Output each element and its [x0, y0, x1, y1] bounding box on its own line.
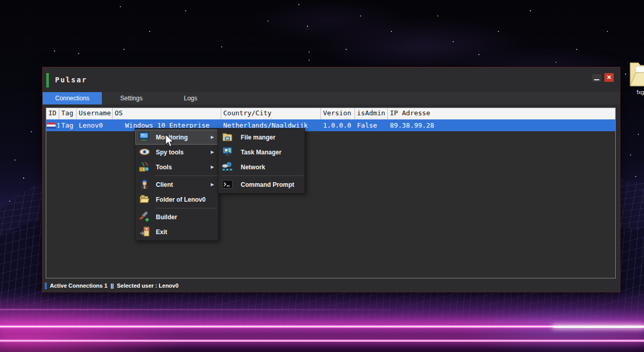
cell-username: Lenov0 — [77, 121, 113, 129]
tab-logs[interactable]: Logs — [161, 92, 220, 104]
submenu-arrow-icon: ▶ — [211, 165, 214, 169]
builder-icon — [139, 211, 150, 222]
submenu-arrow-icon: ▶ — [211, 135, 214, 139]
submenu-item-label: File manger — [241, 134, 275, 141]
menu-item-label: Client — [156, 181, 173, 188]
desktop-folder-label: fxg — [629, 89, 644, 95]
task-manager-icon — [222, 146, 233, 157]
title-accent-bar — [46, 73, 49, 87]
tab-connections[interactable]: Connections — [43, 92, 102, 104]
menu-separator — [155, 208, 217, 208]
netherlands-flag-icon — [47, 122, 56, 129]
monitoring-submenu: File manger Task Manager — [218, 128, 305, 193]
column-header-os[interactable]: OS — [113, 108, 221, 119]
status-text: Active Connections 1 || Selected user : … — [50, 283, 178, 289]
menu-item-label: Builder — [156, 214, 177, 221]
mouse-cursor — [165, 134, 175, 148]
exit-icon: EXIT — [139, 226, 150, 237]
menu-separator — [155, 175, 217, 176]
neon-line-upper — [0, 324, 644, 329]
menu-item-label: Spy tools — [156, 149, 184, 156]
submenu-arrow-icon: ▶ — [211, 150, 214, 154]
cell-isadmin: False — [355, 121, 388, 129]
menu-item-label: Exit — [156, 228, 167, 236]
dim-neon-line — [0, 309, 391, 310]
close-button[interactable]: ✕ — [604, 73, 614, 82]
minimize-button[interactable] — [592, 74, 601, 82]
column-header-isadmin[interactable]: isAdmin — [355, 108, 388, 119]
submenu-item-label: Command Prompt — [241, 181, 294, 188]
window-title: Pulsar — [55, 76, 87, 84]
menu-separator — [221, 175, 303, 176]
column-header-country[interactable]: Country/City — [221, 108, 321, 119]
column-header-version[interactable]: Version — [321, 108, 355, 119]
column-header-id[interactable]: ID — [46, 108, 59, 119]
desktop-folder-shortcut[interactable]: fxg — [629, 59, 644, 95]
submenu-item-file-manager[interactable]: File manger — [218, 130, 305, 145]
submenu-item-label: Task Manager — [241, 149, 281, 156]
menu-item-exit[interactable]: EXIT Exit — [135, 224, 218, 239]
network-icon — [222, 161, 233, 172]
titlebar[interactable]: Pulsar ✕ — [43, 67, 620, 92]
cell-id: 1 — [46, 121, 59, 129]
menu-item-client[interactable]: Client ▶ — [135, 177, 218, 192]
client-icon — [139, 179, 150, 190]
stars — [54, 50, 55, 51]
menu-item-builder[interactable]: Builder — [135, 209, 218, 224]
connections-listview: ID Tag Username OS Country/City Version … — [46, 108, 616, 278]
submenu-item-label: Network — [241, 164, 265, 171]
column-header-username[interactable]: Username — [77, 108, 113, 119]
table-header: ID Tag Username OS Country/City Version … — [46, 108, 615, 119]
column-header-tag[interactable]: Tag — [59, 108, 77, 119]
table-row[interactable]: 1 Tag Lenov0 Windows 10 Enterprise Nethe… — [46, 119, 615, 131]
cell-ip: 89.38.99.28 — [388, 121, 615, 129]
submenu-item-command-prompt[interactable]: Command Prompt — [218, 177, 305, 192]
command-prompt-icon — [222, 179, 233, 190]
status-bar: Active Connections 1 || Selected user : … — [43, 281, 619, 291]
submenu-arrow-icon: ▶ — [211, 182, 214, 187]
menu-item-folder-of-lenov0[interactable]: Folder of Lenov0 — [135, 192, 218, 207]
tools-icon — [139, 161, 150, 172]
minimize-icon — [594, 79, 599, 80]
neon-line-lower — [0, 339, 644, 343]
desktop-wallpaper: fxg Pulsar ✕ Connections Settings Logs I… — [0, 0, 644, 352]
tab-settings[interactable]: Settings — [102, 92, 161, 104]
neon-white-segment — [553, 326, 644, 328]
context-menu: Monitoring ▶ Spy tools ▶ — [135, 128, 219, 241]
monitor-icon — [139, 131, 150, 143]
status-accent-bar — [45, 283, 47, 289]
svg-text:EXIT: EXIT — [145, 228, 150, 231]
cell-version: 1.0.0.0 — [321, 121, 355, 129]
folder-icon — [629, 59, 644, 87]
menu-item-label: Folder of Lenov0 — [156, 196, 206, 203]
menu-item-label: Tools — [156, 164, 172, 171]
submenu-item-network[interactable]: Network — [218, 160, 305, 174]
menu-item-spy-tools[interactable]: Spy tools ▶ — [135, 145, 218, 160]
cell-tag: Tag — [59, 121, 77, 129]
pulsar-window: Pulsar ✕ Connections Settings Logs ID Ta… — [42, 67, 620, 292]
blue-right-glow — [463, 306, 644, 352]
tab-strip: Connections Settings Logs — [43, 92, 620, 104]
file-manager-icon — [222, 131, 233, 143]
menu-item-tools[interactable]: Tools ▶ — [135, 160, 218, 174]
menu-item-monitoring[interactable]: Monitoring ▶ — [135, 130, 218, 145]
open-folder-icon — [139, 193, 150, 205]
submenu-item-task-manager[interactable]: Task Manager — [218, 145, 305, 160]
column-header-ip[interactable]: IP Adresse — [388, 108, 615, 119]
eye-icon — [139, 146, 150, 157]
